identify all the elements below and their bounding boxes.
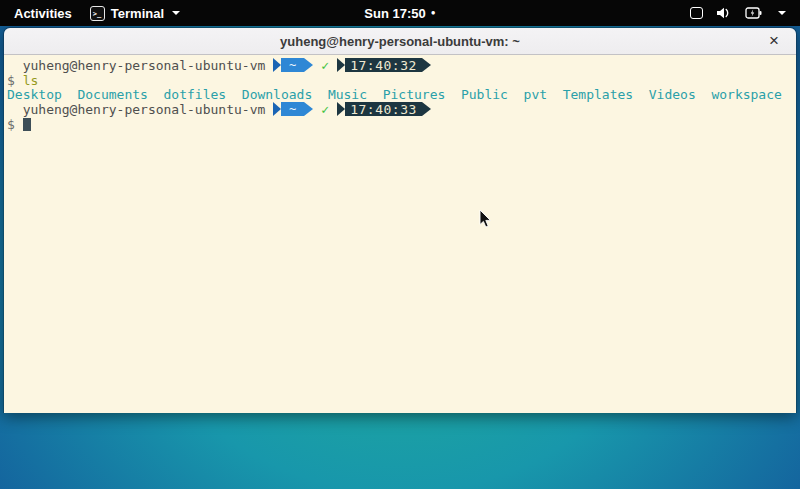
app-menu-label: Terminal xyxy=(111,6,164,21)
input-line[interactable]: $ xyxy=(7,117,794,132)
chevron-down-icon xyxy=(778,11,786,15)
command-text: ls xyxy=(23,73,39,88)
system-status-area[interactable] xyxy=(690,6,800,20)
ls-output-line: Desktop Documents dotfiles Downloads Mus… xyxy=(7,87,794,102)
prompt-time-segment: 17:40:32 xyxy=(345,58,422,72)
window-title: yuheng@henry-personal-ubuntu-vm: ~ xyxy=(280,34,520,49)
prompt-hostname: yuheng@henry-personal-ubuntu-vm xyxy=(7,58,273,73)
command-line: $ ls xyxy=(7,73,794,88)
powerline-arrow-icon xyxy=(273,58,281,72)
shell-prompt: $ xyxy=(7,73,23,88)
prompt-path-segment: ~ xyxy=(281,58,304,72)
notification-dot-icon: ● xyxy=(431,9,436,17)
powerline-arrow-icon xyxy=(422,102,431,116)
close-button[interactable]: × xyxy=(762,29,786,53)
powerline-arrow-icon xyxy=(273,102,281,116)
window-titlebar[interactable]: yuheng@henry-personal-ubuntu-vm: ~ × xyxy=(4,28,796,55)
prompt-line-1: yuheng@henry-personal-ubuntu-vm ~ ✓ 17:4… xyxy=(7,58,794,73)
text-cursor xyxy=(23,118,31,131)
powerline-arrow-icon xyxy=(422,58,431,72)
prompt-path-segment: ~ xyxy=(281,102,304,116)
powerline-arrow-icon xyxy=(304,58,313,72)
prompt-hostname: yuheng@henry-personal-ubuntu-vm xyxy=(7,102,273,117)
prompt-line-2: yuheng@henry-personal-ubuntu-vm ~ ✓ 17:4… xyxy=(7,102,794,117)
powerline-arrow-icon xyxy=(337,102,345,116)
battery-charging-icon xyxy=(745,6,763,20)
terminal-content[interactable]: yuheng@henry-personal-ubuntu-vm ~ ✓ 17:4… xyxy=(4,55,796,413)
app-menu-terminal[interactable]: >_ Terminal xyxy=(90,6,180,21)
screen-icon xyxy=(690,7,703,19)
activities-button[interactable]: Activities xyxy=(10,6,76,21)
clock[interactable]: Sun 17:50 xyxy=(364,6,425,21)
gnome-top-bar: Activities >_ Terminal Sun 17:50 ● xyxy=(0,0,800,26)
shell-prompt: $ xyxy=(7,117,23,132)
check-icon: ✓ xyxy=(321,58,329,73)
terminal-window: yuheng@henry-personal-ubuntu-vm: ~ × yuh… xyxy=(3,27,797,413)
prompt-time-segment: 17:40:33 xyxy=(345,102,422,116)
directory-list: Desktop Documents dotfiles Downloads Mus… xyxy=(7,87,782,102)
check-icon: ✓ xyxy=(321,102,329,117)
terminal-icon: >_ xyxy=(90,6,105,21)
volume-icon xyxy=(716,6,732,20)
powerline-arrow-icon xyxy=(337,58,345,72)
chevron-down-icon xyxy=(172,11,180,15)
powerline-arrow-icon xyxy=(304,102,313,116)
